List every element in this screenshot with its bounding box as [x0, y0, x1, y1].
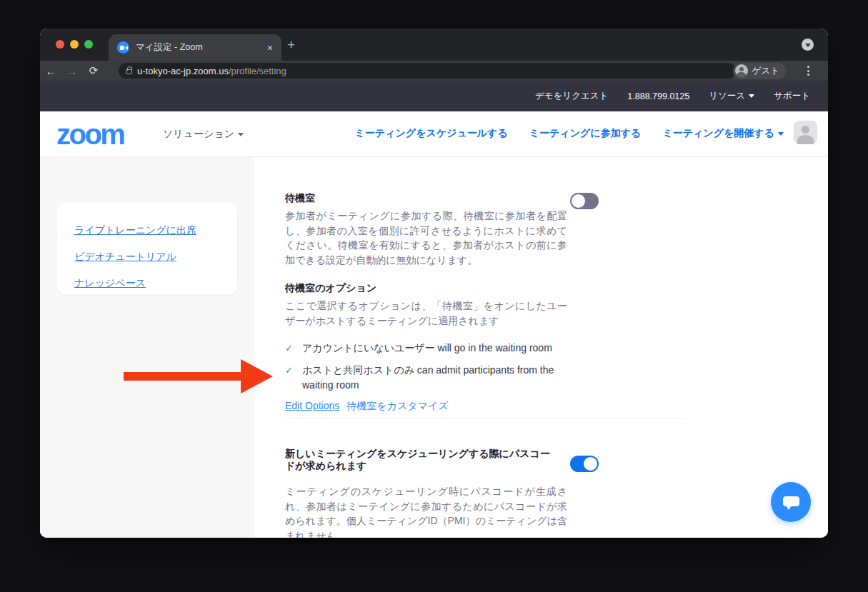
waiting-room-title: 待機室 [285, 192, 315, 204]
chat-bubble-icon [783, 496, 799, 506]
waiting-room-links: Edit Options 待機室をカスタマイズ [285, 400, 449, 413]
edit-options-link[interactable]: Edit Options [285, 400, 339, 413]
guest-label: ゲスト [752, 65, 779, 77]
solutions-menu[interactable]: ソリューション [163, 128, 244, 141]
sidebar-card: ライブトレーニングに出席 ビデオチュートリアル ナレッジベース [57, 203, 237, 294]
lock-icon[interactable] [126, 69, 132, 74]
back-icon[interactable]: ← [40, 65, 61, 77]
url-domain: u-tokyo-ac-jp.zoom.us [137, 66, 229, 76]
browser-window: マイ設定 - Zoom × + ← → ⟳ u-tokyo-ac-jp.zoom… [40, 29, 828, 538]
sidebar-link-live-training[interactable]: ライブトレーニングに出席 [74, 217, 237, 244]
browser-menu-icon[interactable] [807, 66, 809, 76]
chat-bubble-tail [786, 506, 792, 510]
chevron-down-icon [778, 132, 784, 136]
zoom-top-nav: デモをリクエスト 1.888.799.0125 リソース サポート [40, 81, 828, 111]
chevron-down-icon [238, 133, 244, 136]
waiting-room-options-title: 待機室のオプション [285, 282, 376, 294]
waiting-room-description: 参加者がミーティングに参加する際、待機室に参加者を配置し、参加者の入室を個別に許… [285, 209, 567, 267]
page-content: ライブトレーニングに出席 ビデオチュートリアル ナレッジベース 待機室 参加者が… [40, 157, 828, 538]
annotation-arrow-icon [124, 359, 273, 393]
sidebar-link-knowledge-base[interactable]: ナレッジベース [74, 270, 237, 296]
chat-fab-button[interactable] [771, 482, 811, 522]
schedule-meeting-link[interactable]: ミーティングをスケジュールする [354, 127, 507, 140]
zoom-window-button[interactable] [84, 40, 93, 49]
settings-main: 待機室 参加者がミーティングに参加する際、待機室に参加者を配置し、参加者の入室を… [254, 157, 828, 538]
left-sidebar: ライブトレーニングに出席 ビデオチュートリアル ナレッジベース [40, 157, 254, 538]
passcode-toggle[interactable] [570, 456, 599, 472]
url-path: /profile/setting [229, 66, 286, 76]
option-item-host-cohost: ✓ホストと共同ホストのみ can admit participants from… [285, 363, 557, 393]
new-tab-button[interactable]: + [287, 37, 295, 53]
address-bar[interactable]: u-tokyo-ac-jp.zoom.us/profile/setting [119, 63, 736, 79]
header-links: ミーティングをスケジュールする ミーティングに参加する ミーティングを開催する [354, 127, 784, 140]
browser-tab[interactable]: マイ設定 - Zoom × [109, 34, 281, 61]
tab-strip: マイ設定 - Zoom × + [40, 29, 828, 61]
phone-number[interactable]: 1.888.799.0125 [627, 91, 689, 101]
browser-toolbar: ← → ⟳ u-tokyo-ac-jp.zoom.us/profile/sett… [40, 61, 828, 81]
host-meeting-menu[interactable]: ミーティングを開催する [662, 127, 784, 140]
tab-title: マイ設定 - Zoom [136, 41, 261, 54]
url-text: u-tokyo-ac-jp.zoom.us/profile/setting [137, 66, 286, 76]
check-icon: ✓ [285, 343, 293, 353]
join-meeting-link[interactable]: ミーティングに参加する [529, 127, 642, 140]
zoom-favicon-icon [117, 41, 129, 54]
profile-guest-button[interactable]: ゲスト [733, 63, 787, 79]
close-window-button[interactable] [56, 40, 64, 49]
waiting-room-toggle[interactable] [570, 193, 599, 209]
zoom-logo[interactable]: zoom [56, 117, 124, 151]
passcode-description: ミーティングのスケジューリング時にパスコードが生成され、参加者はミーテイングに参… [285, 484, 567, 538]
zoom-site-header: zoom ソリューション ミーティングをスケジュールする ミーティングに参加する… [40, 111, 828, 157]
chevron-down-icon [749, 94, 754, 98]
check-icon: ✓ [285, 365, 293, 376]
reload-icon[interactable]: ⟳ [83, 64, 104, 77]
minimize-window-button[interactable] [70, 40, 79, 49]
resources-menu[interactable]: リソース [709, 90, 754, 102]
guest-avatar-icon [735, 64, 748, 77]
waiting-room-options-description: ここで選択するオプションは、「待機室」をオンにしたユーザーがホストするミーティン… [285, 298, 567, 328]
download-indicator-icon[interactable] [802, 39, 814, 51]
support-link[interactable]: サポート [774, 90, 810, 102]
option-item-unaccounted-users: ✓アカウントにいないユーザー will go in the waiting ro… [285, 341, 557, 356]
forward-icon: → [61, 65, 83, 77]
sidebar-link-video-tutorials[interactable]: ビデオチュートリアル [74, 244, 237, 270]
tab-close-icon[interactable]: × [267, 42, 273, 54]
customize-waiting-room-link[interactable]: 待機室をカスタマイズ [346, 400, 448, 413]
passcode-title: 新しいミーティングをスケジューリングする際にパスコードが求められます [285, 448, 560, 472]
section-divider [285, 418, 685, 419]
user-avatar[interactable] [794, 121, 817, 144]
request-demo-link[interactable]: デモをリクエスト [535, 90, 608, 102]
